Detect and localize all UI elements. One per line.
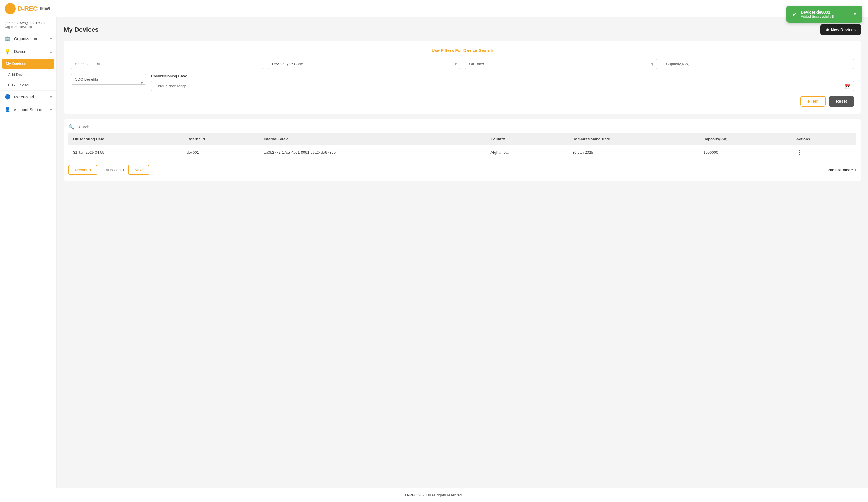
sidebar-sub-item-bulk-upload[interactable]: Bulk Upload <box>0 80 56 91</box>
toast-title: Device! dev001 <box>801 10 834 14</box>
page-number: Page Number: 1 <box>828 168 856 172</box>
col-externalid: ExternalId <box>182 133 259 145</box>
sidebar-item-meterread[interactable]: 🔵 MeterRead ▾ <box>0 91 56 103</box>
logo-svg <box>6 5 14 13</box>
table-header: OnBoarding Date ExternalId Internal Site… <box>69 133 856 145</box>
footer-text: 2023 © All rights reserved. <box>418 493 463 497</box>
table-body: 31 Jan 2025 04:59 dev001 ab0b2772-17ca-4… <box>69 145 856 160</box>
new-devices-button[interactable]: ⊕ New Devices <box>820 24 861 35</box>
account-icon: 👤 <box>5 107 10 112</box>
country-field <box>71 59 263 69</box>
filter-title: Use Filters For Device Search <box>71 48 854 53</box>
sidebar-user: greenppower@gmail.com OrganizationAdmin <box>0 18 56 32</box>
col-onboarding: OnBoarding Date <box>69 133 182 145</box>
cell-externalid: dev001 <box>182 145 259 160</box>
sdg-field: SDG Benefits <box>71 74 146 91</box>
device-type-field: Device Type Code <box>268 59 460 69</box>
filter-card: Use Filters For Device Search Device Typ… <box>64 41 861 114</box>
col-commissioning: Commissioning Date <box>568 133 699 145</box>
svg-point-2 <box>9 8 11 10</box>
org-label: 🏢 Organization <box>5 36 37 41</box>
beta-badge: BETA <box>40 7 50 10</box>
total-pages: Total Pages: 1 <box>101 168 125 172</box>
search-icon: 🔍 <box>69 124 74 130</box>
capacity-input[interactable] <box>662 59 854 69</box>
country-input[interactable] <box>71 59 263 69</box>
account-label: 👤 Account Setting <box>5 107 42 112</box>
cell-capacity: 1000000 <box>699 145 792 160</box>
offtaker-field: Off Taker <box>465 59 657 69</box>
row-actions-button[interactable]: ⋮ <box>796 149 802 156</box>
col-capacity: Capacity(kW) <box>699 133 792 145</box>
search-row: 🔍 <box>69 124 856 133</box>
cell-onboarding: 31 Jan 2025 04:59 <box>69 145 182 160</box>
app-wrapper: ✔ Device! dev001 Added Successfully !! ×… <box>0 0 868 502</box>
page-title: My Devices <box>64 26 99 33</box>
logo-icon <box>5 3 16 14</box>
pagination-row: Previous Total Pages: 1 Next Page Number… <box>69 160 856 176</box>
device-chevron: ▴ <box>50 50 52 54</box>
filter-row-2: SDG Benefits Commissioning Date: 📅 <box>71 74 854 91</box>
capacity-field <box>662 59 854 69</box>
cell-commissioning: 30 Jan 2025 <box>568 145 699 160</box>
search-input[interactable] <box>76 125 856 129</box>
meterread-label: 🔵 MeterRead <box>5 94 34 100</box>
offtaker-select[interactable]: Off Taker <box>465 59 657 69</box>
plus-icon: ⊕ <box>826 27 829 32</box>
filter-actions: Filter Reset <box>71 96 854 106</box>
toast-text: Device! dev001 Added Successfully !! <box>801 10 834 19</box>
footer: D-REC 2023 © All rights reserved. <box>0 488 868 502</box>
sidebar-sub-item-add-devices[interactable]: Add Devices <box>0 70 56 80</box>
table-header-row: OnBoarding Date ExternalId Internal Site… <box>69 133 856 145</box>
page-header: My Devices ⊕ New Devices <box>64 24 861 35</box>
main-layout: greenppower@gmail.com OrganizationAdmin … <box>0 18 868 488</box>
previous-button[interactable]: Previous <box>69 165 97 175</box>
sidebar-item-organization[interactable]: 🏢 Organization ▾ <box>0 32 56 45</box>
next-button[interactable]: Next <box>128 165 149 175</box>
col-country: Country <box>486 133 568 145</box>
toast-check-icon: ✔ <box>792 11 797 18</box>
date-range-field: 📅 <box>151 81 854 91</box>
cell-internalsiteid: ab0b2772-17ca-4a61-8091-c9a24da67850 <box>259 145 486 160</box>
user-email: greenppower@gmail.com <box>5 21 52 25</box>
reset-button[interactable]: Reset <box>829 96 854 106</box>
sidebar-item-device[interactable]: 💡 Device ▴ <box>0 45 56 58</box>
device-label: 💡 Device <box>5 49 27 54</box>
filter-row-1: Device Type Code Off Taker <box>71 59 854 69</box>
filter-button[interactable]: Filter <box>800 96 826 106</box>
top-bar: D-REC BETA <box>0 0 868 18</box>
sdg-select[interactable]: SDG Benefits <box>71 74 146 85</box>
col-internalsiteid: Internal SiteId <box>259 133 486 145</box>
device-type-select[interactable]: Device Type Code <box>268 59 460 69</box>
devices-table: OnBoarding Date ExternalId Internal Site… <box>69 133 856 160</box>
col-actions: Actions <box>792 133 856 145</box>
date-range-input[interactable] <box>151 81 854 91</box>
cell-country: Afghanistan <box>486 145 568 160</box>
logo: D-REC BETA <box>5 3 50 14</box>
meterread-icon: 🔵 <box>5 94 10 99</box>
toast-close-button[interactable]: × <box>854 12 856 17</box>
commissioning-wrapper: Commissioning Date: 📅 <box>151 74 854 91</box>
cell-actions: ⋮ <box>792 145 856 160</box>
table-scroll-wrap: OnBoarding Date ExternalId Internal Site… <box>69 133 856 160</box>
org-icon: 🏢 <box>5 36 10 41</box>
toast-subtitle: Added Successfully !! <box>801 14 834 19</box>
account-chevron: ▾ <box>50 108 52 112</box>
sidebar-sub-item-my-devices[interactable]: My Devices <box>2 59 54 69</box>
main-content: My Devices ⊕ New Devices Use Filters For… <box>57 18 868 488</box>
sidebar: greenppower@gmail.com OrganizationAdmin … <box>0 18 57 488</box>
table-card: 🔍 OnBoarding Date ExternalId Internal Si… <box>64 120 861 181</box>
meterread-chevron: ▾ <box>50 95 52 99</box>
device-icon: 💡 <box>5 49 10 54</box>
logo-text: D-REC <box>18 5 38 12</box>
user-role: OrganizationAdmin <box>5 25 52 29</box>
table-row: 31 Jan 2025 04:59 dev001 ab0b2772-17ca-4… <box>69 145 856 160</box>
footer-brand: D-REC <box>405 493 417 497</box>
sidebar-item-account-setting[interactable]: 👤 Account Setting ▾ <box>0 103 56 116</box>
org-chevron: ▾ <box>50 37 52 41</box>
commissioning-label: Commissioning Date: <box>151 74 854 78</box>
toast-notification: ✔ Device! dev001 Added Successfully !! × <box>786 6 862 23</box>
